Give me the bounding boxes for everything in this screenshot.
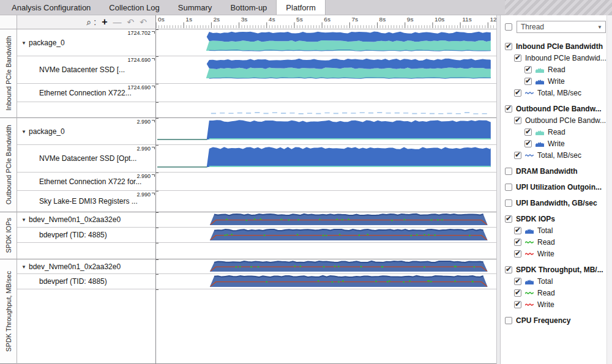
- legend-item-spdk-throughput-mb: SPDK Throughput, MB/...: [504, 264, 606, 275]
- row-max-value: 2.990: [136, 191, 151, 198]
- checkbox[interactable]: [514, 117, 521, 124]
- checkbox[interactable]: [505, 184, 512, 191]
- panel-splitter[interactable]: [496, 15, 501, 364]
- checkbox[interactable]: [505, 266, 512, 273]
- row-label-bdev-nvme0n1-0x2aa32e0[interactable]: ▼bdev_Nvme0n1_0x2aa32e0: [17, 259, 155, 274]
- row-label-package-0[interactable]: ▼package_01724.702: [17, 29, 155, 56]
- row-label-ethernet-connection-x722[interactable]: Ethernet Connection X722...1724.690: [17, 84, 155, 102]
- legend-item-dram-bandwidth: DRAM Bandwidth: [504, 165, 606, 177]
- timeline-row-ethernet-connection-x722[interactable]: [156, 84, 496, 102]
- undo-zoom-icon[interactable]: ↶: [127, 18, 135, 26]
- checkbox[interactable]: [524, 128, 532, 136]
- row-label-text: package_0: [29, 39, 65, 47]
- time-ruler[interactable]: 0s1s2s3s4s5s6s7s8s9s10s11s12s: [156, 15, 496, 29]
- thread-filter-checkbox[interactable]: [505, 23, 512, 31]
- row-label-bdevperf-tid-4885[interactable]: bdevperf (TID: 4885): [17, 274, 155, 289]
- row-label-text: bdevperf (TID: 4885): [39, 277, 107, 286]
- legend-item-outbound-pcie-bandw: Outbound PCIe Bandw...: [504, 114, 606, 126]
- checkbox[interactable]: [505, 317, 512, 324]
- timeline-row-bdev-nvme0n1-0x2aa32e0[interactable]: [156, 259, 496, 274]
- timeline-row-ethernet-connection-x722-for[interactable]: [156, 173, 496, 191]
- timeline-row-nvme-datacenter-ssd-opt[interactable]: [156, 145, 496, 173]
- row-label-sky-lake-e-dmi3-registers[interactable]: Sky Lake-E DMI3 Registers ...2.990: [17, 191, 155, 212]
- tab-platform[interactable]: Platform: [276, 0, 325, 15]
- area-blue-icon: [536, 141, 544, 147]
- legend-panel: Thread ▼ Inbound PCIe BandwidthInbound P…: [501, 15, 606, 364]
- line-red-icon: [525, 251, 534, 257]
- legend-scrollbar[interactable]: [606, 15, 612, 364]
- axis-max-tick: [152, 174, 155, 177]
- checkbox[interactable]: [505, 168, 512, 175]
- axis-max-tick: [152, 31, 155, 34]
- timeline-row-empty-2-2[interactable]: [156, 243, 496, 259]
- timeline-row-bdev-nvme0n1-0x2aa32e0[interactable]: [156, 212, 496, 228]
- checkbox[interactable]: [505, 199, 512, 207]
- timeline-row-nvme-datacenter-ssd[interactable]: [156, 56, 496, 84]
- row-label-nvme-datacenter-ssd-opt[interactable]: NVMe Datacenter SSD [Opt...2.990: [17, 145, 155, 173]
- checkbox[interactable]: [514, 239, 521, 246]
- expander-icon[interactable]: ▼: [21, 40, 26, 45]
- checkbox[interactable]: [514, 89, 521, 97]
- timeline-row-empty-0-3[interactable]: [156, 102, 496, 118]
- tab-summary[interactable]: Summary: [169, 0, 222, 15]
- checkbox[interactable]: [514, 278, 521, 285]
- tab-bottom-up[interactable]: Bottom-up: [221, 0, 276, 15]
- axis-max-tick: [152, 147, 155, 149]
- row-max-value: 2.990: [136, 173, 151, 179]
- area-blue-icon: [536, 78, 544, 84]
- row-label-text: Sky Lake-E DMI3 Registers ...: [39, 197, 138, 206]
- group-label-spdk-throughput-mb-sec: SPDK Throughput, MB/sec: [0, 259, 17, 364]
- thread-filter-select[interactable]: Thread ▼: [517, 21, 606, 33]
- row-axis-tick: [156, 145, 159, 146]
- expander-icon[interactable]: ▼: [21, 217, 26, 223]
- row-max-value: 1724.702: [127, 30, 151, 36]
- checkbox[interactable]: [514, 227, 521, 234]
- zoom-in-icon[interactable]: +: [102, 17, 107, 27]
- checkbox[interactable]: [505, 43, 512, 50]
- checkbox[interactable]: [514, 289, 521, 297]
- checkbox[interactable]: [514, 301, 521, 308]
- tab-analysis-configuration[interactable]: Analysis Configuration: [2, 0, 100, 15]
- svg-text:8s: 8s: [379, 16, 386, 23]
- tab-collection-log[interactable]: Collection Log: [100, 0, 168, 15]
- timeline-row-empty-3-2[interactable]: [156, 289, 496, 364]
- legend-item-upi-bandwidth-gb-sec: UPI Bandwidth, GB/sec: [504, 197, 606, 209]
- timeline-chart-area[interactable]: 0s1s2s3s4s5s6s7s8s9s10s11s12s: [156, 15, 496, 364]
- timeline-row-bdevperf-tid-4885[interactable]: [156, 228, 496, 243]
- area-teal-icon: [536, 129, 544, 135]
- row-axis-tick: [156, 102, 159, 103]
- row-label-bdevperf-tid-4885[interactable]: bdevperf (TID: 4885): [17, 228, 155, 243]
- checkbox[interactable]: [505, 215, 512, 223]
- expander-icon[interactable]: ▼: [21, 128, 26, 134]
- reset-zoom-icon[interactable]: ↶: [140, 18, 147, 26]
- timeline-row-package-0[interactable]: [156, 118, 496, 145]
- checkbox[interactable]: [514, 54, 521, 62]
- row-label-text: bdevperf (TID: 4885): [39, 231, 107, 239]
- timeline-row-bdevperf-tid-4885[interactable]: [156, 274, 496, 289]
- legend-item-label: Total, MB/sec: [537, 151, 581, 160]
- checkbox[interactable]: [505, 105, 512, 113]
- row-label-text: package_0: [29, 127, 65, 136]
- legend-item-label: Outbound PCIe Bandw...: [525, 116, 606, 125]
- checkbox[interactable]: [524, 140, 532, 147]
- row-label-package-0[interactable]: ▼package_02.990: [17, 118, 155, 145]
- legend-item-label: Read: [537, 289, 555, 297]
- legend-item-cpu-frequency: CPU Frequency: [504, 314, 606, 326]
- timeline-row-package-0[interactable]: [156, 29, 496, 56]
- expander-icon[interactable]: ▼: [21, 264, 26, 269]
- legend-item-label: Total: [537, 277, 553, 286]
- row-label-ethernet-connection-x722-for[interactable]: Ethernet Connection X722 for...2.990: [17, 173, 155, 191]
- checkbox[interactable]: [524, 66, 532, 73]
- legend-item-label: Write: [548, 139, 565, 148]
- checkbox[interactable]: [514, 250, 521, 258]
- checkbox[interactable]: [514, 152, 521, 159]
- svg-text:4s: 4s: [269, 16, 275, 23]
- platform-view: Inbound PCIe BandwidthOutbound PCIe Band…: [0, 15, 612, 364]
- zoom-out-icon[interactable]: —: [113, 18, 122, 26]
- checkbox[interactable]: [524, 78, 532, 85]
- timeline-row-sky-lake-e-dmi3-registers[interactable]: [156, 191, 496, 212]
- legend-item-outbound-pcie-bandw: Outbound PCIe Bandw...: [504, 103, 606, 114]
- svg-text:0s: 0s: [158, 16, 165, 23]
- row-label-nvme-datacenter-ssd[interactable]: NVMe Datacenter SSD [...1724.690: [17, 56, 155, 84]
- row-label-bdev-nvme0n1-0x2aa32e0[interactable]: ▼bdev_Nvme0n1_0x2aa32e0: [17, 212, 155, 228]
